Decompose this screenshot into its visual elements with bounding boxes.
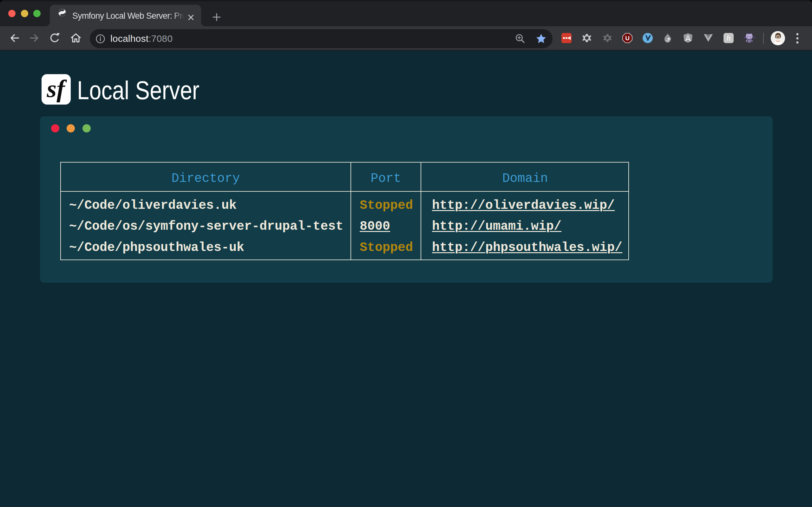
svg-text:h: h: [727, 33, 731, 43]
svg-text:U: U: [625, 35, 629, 42]
svg-text:sf: sf: [46, 75, 67, 102]
